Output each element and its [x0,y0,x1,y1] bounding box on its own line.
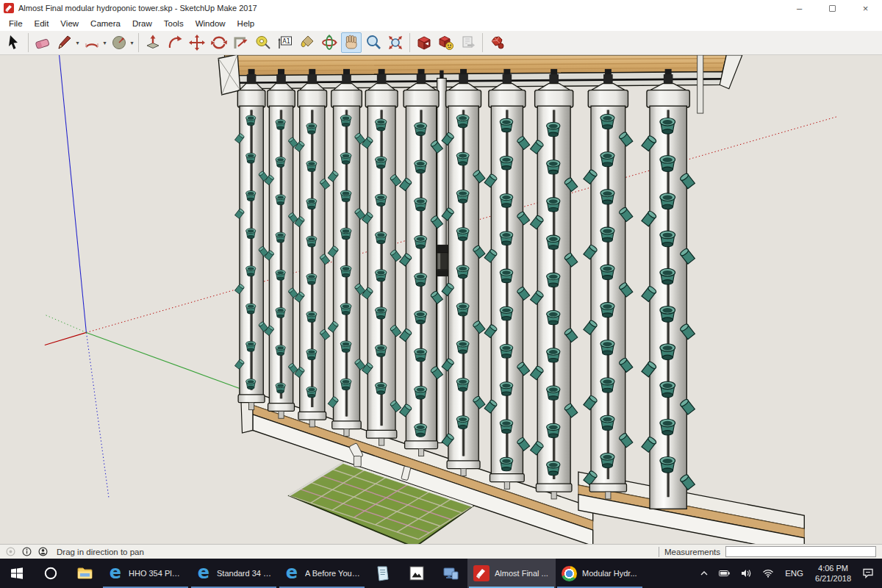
tool-move-icon[interactable] [187,32,207,53]
menubar: FileEditViewCameraDrawToolsWindowHelp [0,16,882,31]
status-message: Drag in direction to pan [57,548,144,556]
svg-text:e: e [286,564,298,583]
tower-tube [265,69,298,418]
tool-line-dropdown-icon[interactable]: ▾ [74,40,81,46]
tower-tube [234,69,268,410]
tool-text-icon[interactable]: A1 [275,32,295,53]
menu-file[interactable]: File [3,18,29,29]
taskbar-edge-2-button[interactable]: eStandard 34 St... [190,559,278,588]
taskbar-photos-icon[interactable] [400,559,434,588]
notepad-icon [376,565,390,581]
start-icon [10,566,24,581]
tool-arc-dropdown-icon[interactable]: ▾ [101,40,108,46]
wifi-icon[interactable] [757,569,779,578]
tool-3d-warehouse-icon[interactable] [414,32,434,53]
speaker-icon[interactable] [736,569,757,578]
toolbar-separator [138,33,139,52]
measurements-input[interactable] [725,546,876,557]
tool-circle-icon[interactable] [109,32,129,53]
taskbar-network-icon[interactable] [434,559,467,588]
tool-arc-icon[interactable] [82,32,102,53]
menu-camera[interactable]: Camera [85,18,126,29]
tool-orbit-icon[interactable] [319,32,340,53]
toolbar-separator [409,33,410,52]
taskbar-edge-1-button[interactable]: eHHO 354 Plate... [101,559,190,588]
taskbar-explorer-icon[interactable] [68,559,101,588]
menu-help[interactable]: Help [232,18,261,29]
tool-line-icon[interactable] [54,32,75,53]
tower-tube [328,69,365,437]
window-title: Almost Final modular hydroponic tower.sk… [18,4,257,12]
tool-select-icon[interactable] [4,32,24,53]
edge-icon: e [196,564,212,583]
tool-circle-dropdown-icon[interactable]: ▾ [129,40,135,46]
tool-pan-icon[interactable] [341,32,362,53]
tower-tube [530,69,578,499]
measurements-area: Measurements [659,546,876,557]
chrome-icon [562,566,577,581]
system-tray: ENG 4:06 PM 6/21/2018 [695,559,882,588]
tool-paint-bucket-icon[interactable] [297,32,318,53]
hydroponic-tower-model [0,55,882,544]
taskbar-edge-2-label: Standard 34 St... [217,569,272,578]
tool-eraser-icon[interactable] [32,32,53,53]
tray-chevron-icon[interactable] [695,570,714,576]
taskbar-search-icon[interactable] [34,559,68,588]
tower-tube [584,69,633,499]
restore-button[interactable] [816,0,849,16]
tower-tube [399,69,442,456]
tool-get-extensions-icon[interactable] [436,32,456,53]
taskbar-edge-3-label: A Before You B... [305,569,360,578]
minimize-button[interactable]: – [783,0,816,16]
measurements-separator [659,547,659,557]
help-info-icon[interactable] [22,547,32,556]
explorer-icon [77,567,93,580]
toolbar-separator [482,33,483,52]
tool-share-model-icon[interactable] [458,32,478,53]
tool-follow-me-icon[interactable] [165,32,185,53]
restore-icon [829,5,836,12]
taskbar-sketchup-button[interactable]: Almost Final ... [467,559,556,588]
status-icons [6,547,48,556]
geolocation-icon[interactable] [6,547,15,556]
menu-edit[interactable]: Edit [29,18,55,29]
sketchup-logo-icon [4,3,14,13]
close-button[interactable]: × [849,0,882,16]
menu-draw[interactable]: Draw [126,18,158,29]
tool-zoom-extents-icon[interactable] [385,32,406,53]
titlebar: Almost Final modular hydroponic tower.sk… [0,0,882,16]
battery-icon[interactable] [714,570,736,577]
taskbar-chrome-label: Modular Hydr... [582,569,637,578]
tool-push-pull-icon[interactable] [143,32,163,53]
tower-tube [362,69,401,445]
taskbar-chrome-button[interactable]: Modular Hydr... [556,559,644,588]
sketchup-icon [473,565,490,581]
viewport-3d[interactable] [0,55,882,544]
taskbar: eHHO 354 Plate...eStandard 34 St...eA Be… [0,559,882,588]
svg-text:e: e [110,564,121,583]
action-center-icon[interactable] [857,568,879,578]
svg-text:e: e [198,564,209,583]
network-icon [442,566,459,581]
clock[interactable]: 4:06 PM 6/21/2018 [809,563,857,584]
tower-tube [642,69,695,509]
tool-offset-icon[interactable] [231,32,251,53]
search-icon [43,566,58,581]
window-controls: – × [783,0,882,16]
tool-tape-measure-icon[interactable] [253,32,273,53]
tool-extension-warehouse-icon[interactable] [487,32,507,53]
tool-zoom-icon[interactable] [363,32,384,53]
language-indicator[interactable]: ENG [779,569,809,578]
taskbar-edge-3-button[interactable]: eA Before You B... [278,559,366,588]
tool-rotate-icon[interactable] [209,32,229,53]
clock-date: 6/21/2018 [815,573,851,584]
measurements-label: Measurements [664,548,720,556]
tower-tube [442,69,485,476]
taskbar-notepad-icon[interactable] [366,559,400,588]
menu-window[interactable]: Window [190,18,232,29]
sign-in-person-icon[interactable] [38,547,48,556]
menu-tools[interactable]: Tools [158,18,190,29]
sketchup-window: Almost Final modular hydroponic tower.sk… [0,0,882,588]
menu-view[interactable]: View [54,18,85,29]
taskbar-start-icon[interactable] [0,559,34,588]
